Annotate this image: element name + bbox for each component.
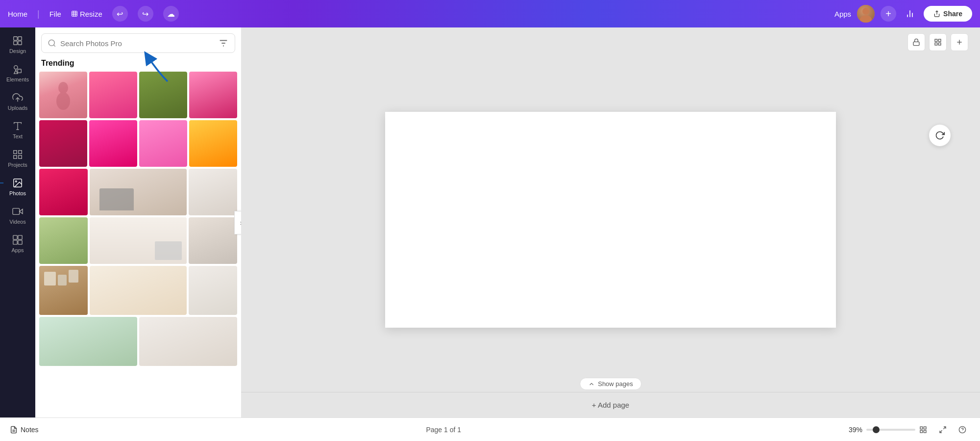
trending-label: Trending (35, 57, 241, 72)
rotate-button[interactable] (929, 125, 951, 146)
sidebar: Design Elements Uploads Te (0, 27, 35, 417)
apps-header-button[interactable]: Apps (834, 10, 851, 18)
svg-rect-42 (938, 43, 941, 45)
photo-item-6[interactable] (89, 120, 137, 167)
photo-item-18[interactable] (39, 317, 137, 366)
lock-button[interactable] (907, 33, 925, 51)
photo-item-19[interactable] (139, 317, 237, 366)
canvas-page[interactable] (385, 112, 836, 328)
page-info: Page 1 of 1 (39, 426, 849, 434)
svg-point-37 (56, 92, 70, 110)
fullscreen-button[interactable] (935, 422, 951, 438)
filter-icon[interactable] (218, 38, 229, 49)
svg-rect-29 (18, 240, 22, 244)
photo-item-10[interactable] (90, 169, 187, 215)
add-button[interactable]: + (881, 6, 896, 22)
add-page-bar[interactable]: + Add page (241, 392, 980, 417)
projects-label: Projects (8, 162, 27, 168)
help-button[interactable] (955, 422, 970, 438)
stats-button[interactable] (902, 6, 918, 22)
photo-item-9[interactable] (39, 169, 88, 215)
sidebar-item-text[interactable]: Text (2, 117, 33, 143)
photo-item-13[interactable] (90, 217, 187, 264)
svg-rect-39 (935, 39, 937, 42)
undo-button[interactable]: ↩ (112, 6, 128, 22)
svg-rect-49 (920, 430, 923, 433)
hide-panel-button[interactable]: › (234, 211, 241, 234)
design-label: Design (9, 48, 26, 54)
svg-line-31 (53, 45, 55, 46)
photo-item-15[interactable] (39, 266, 88, 315)
bottom-bar: Notes Page 1 of 1 39% (0, 417, 980, 441)
photo-item-4[interactable] (189, 72, 237, 118)
sidebar-item-elements[interactable]: Elements (2, 60, 33, 86)
svg-point-11 (14, 66, 18, 69)
sidebar-item-apps[interactable]: Apps (2, 231, 33, 257)
photo-item-5[interactable] (39, 120, 87, 167)
file-button[interactable]: File (49, 10, 61, 18)
photo-item-11[interactable] (189, 169, 237, 215)
svg-rect-27 (18, 235, 22, 239)
photo-item-2[interactable] (89, 72, 137, 118)
photo-row-1 (39, 72, 237, 118)
sidebar-item-videos[interactable]: Videos (2, 202, 33, 229)
photo-item-3[interactable] (139, 72, 187, 118)
photo-row-4 (39, 217, 237, 264)
search-input[interactable] (60, 39, 214, 48)
photo-item-8[interactable] (189, 120, 237, 167)
zoom-slider[interactable] (866, 429, 915, 431)
redo-button[interactable]: ↪ (138, 6, 153, 22)
notes-button[interactable]: Notes (10, 426, 39, 434)
photo-item-17[interactable] (189, 266, 237, 315)
svg-rect-50 (924, 430, 926, 433)
header-divider: | (37, 9, 40, 19)
svg-rect-7 (14, 37, 17, 40)
share-button[interactable]: Share (924, 6, 972, 22)
sidebar-item-photos[interactable]: Photos (2, 174, 33, 200)
svg-rect-12 (18, 69, 21, 73)
photos-label: Photos (9, 190, 26, 196)
svg-rect-20 (14, 156, 17, 158)
grid-button[interactable] (929, 33, 947, 51)
canvas-center (241, 27, 980, 392)
projects-icon (12, 149, 23, 160)
svg-rect-8 (18, 37, 22, 40)
share-label: Share (943, 10, 962, 18)
elements-label: Elements (6, 77, 29, 82)
svg-rect-10 (18, 41, 22, 45)
sidebar-item-uploads[interactable]: Uploads (2, 88, 33, 115)
photo-item-16[interactable] (90, 266, 187, 315)
help-icon (958, 426, 966, 434)
home-button[interactable]: Home (8, 10, 27, 18)
header: Home | File Resize ↩ ↪ ☁ Apps + Share (0, 0, 980, 27)
photo-item-12[interactable] (39, 217, 88, 264)
sidebar-item-projects[interactable]: Projects (2, 145, 33, 172)
videos-label: Videos (9, 219, 25, 225)
svg-point-36 (58, 82, 68, 94)
cloud-save-button[interactable]: ☁ (163, 6, 179, 22)
photo-grid (35, 72, 241, 417)
text-icon (12, 121, 23, 131)
uploads-label: Uploads (8, 105, 27, 111)
svg-marker-13 (14, 70, 18, 74)
svg-rect-18 (19, 151, 22, 154)
canvas-area: + Add page Show pages (241, 27, 980, 417)
photo-item-14[interactable] (189, 217, 237, 264)
svg-rect-19 (19, 156, 22, 158)
notes-icon (10, 426, 18, 434)
elements-icon (12, 64, 23, 75)
sidebar-item-design[interactable]: Design (2, 31, 33, 58)
fullscreen-icon (939, 426, 947, 434)
add-to-canvas-button[interactable] (951, 33, 968, 51)
avatar[interactable] (857, 5, 875, 23)
zoom-level: 39% (849, 426, 862, 434)
resize-label: Resize (80, 10, 102, 18)
grid-view-button[interactable] (915, 422, 931, 438)
zoom-controls: 39% (849, 426, 915, 434)
text-label: Text (13, 133, 23, 139)
photo-item-7[interactable] (139, 120, 187, 167)
photo-item-1[interactable] (39, 72, 87, 118)
svg-rect-40 (938, 39, 941, 42)
show-pages-button[interactable]: Show pages (580, 378, 641, 390)
resize-button[interactable]: Resize (71, 10, 102, 18)
